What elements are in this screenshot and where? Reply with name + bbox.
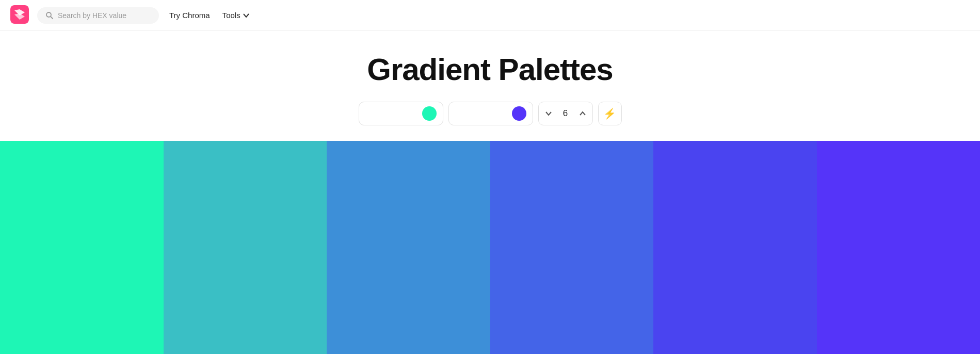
chevron-down-icon [243,12,250,19]
chevron-down-icon [545,110,552,117]
try-chroma-link[interactable]: Try Chroma [167,8,212,23]
generate-button[interactable]: ⚡ [598,102,622,125]
page-title: Gradient Palettes [367,52,613,87]
start-color-input[interactable]: #1ef6b5 [365,109,417,118]
palette-swatch[interactable] [817,141,981,354]
end-color-input-group[interactable]: #5534f9 [448,102,533,125]
tools-dropdown-button[interactable]: Tools [220,8,252,23]
main-content: Gradient Palettes #1ef6b5 #5534f9 6 [0,31,980,141]
search-bar[interactable] [37,7,159,24]
step-increment-button[interactable] [573,102,592,125]
start-color-input-group[interactable]: #1ef6b5 [359,102,443,125]
step-decrement-button[interactable] [539,102,558,125]
tools-label: Tools [222,11,240,20]
palette-strip [0,141,980,354]
step-control: 6 [538,102,593,125]
palette-swatch[interactable] [0,141,164,354]
end-color-input[interactable]: #5534f9 [455,109,507,118]
palette-swatch[interactable] [490,141,654,354]
start-color-dot[interactable] [422,106,437,121]
lightning-icon: ⚡ [603,107,616,120]
chevron-up-icon [579,110,586,117]
search-icon [45,11,54,20]
palette-swatch[interactable] [164,141,327,354]
svg-point-1 [46,12,51,17]
controls-row: #1ef6b5 #5534f9 6 ⚡ [359,102,622,125]
palette-swatch[interactable] [653,141,817,354]
logo[interactable] [10,5,29,26]
svg-line-2 [51,17,53,19]
navbar: Try Chroma Tools [0,0,980,31]
palette-swatch[interactable] [327,141,490,354]
end-color-dot[interactable] [512,106,526,121]
search-input[interactable] [58,11,151,20]
step-value: 6 [558,108,573,119]
